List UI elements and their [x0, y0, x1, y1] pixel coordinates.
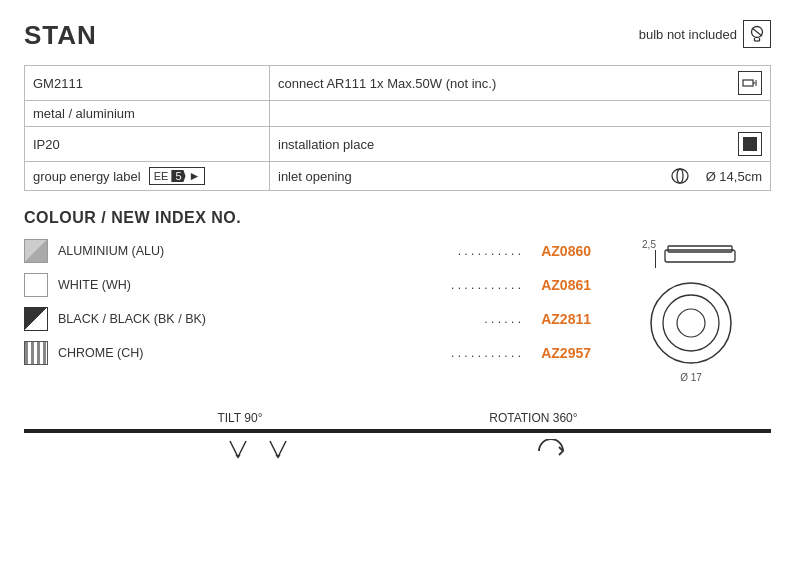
spec-left-material: metal / aluminium — [25, 101, 270, 127]
product-title: STAN — [24, 20, 97, 51]
lamp-top-view — [646, 278, 736, 368]
spec-left-energy: group energy label EE 5 ► — [25, 162, 270, 191]
bulb-label-text: bulb not included — [639, 27, 737, 42]
bulb-not-included-label: bulb not included — [639, 20, 771, 48]
spec-connect-text: connect AR111 1x Max.50W (not inc.) — [278, 76, 496, 91]
energy-arrow-symbol: ► — [189, 169, 201, 183]
colour-name-black: BLACK / BLACK (BK / BK) — [58, 312, 474, 326]
spec-right-gm2111: connect AR111 1x Max.50W (not inc.) — [270, 66, 771, 101]
swatch-black — [24, 307, 48, 331]
svg-rect-12 — [668, 246, 732, 252]
spec-right-material — [270, 101, 771, 127]
energy-label-text: group energy label — [33, 169, 141, 184]
spec-row-energy: group energy label EE 5 ► inlet opening … — [25, 162, 771, 191]
spec-left-ip20: IP20 — [25, 127, 270, 162]
spec-right-ip20: installation place — [270, 127, 771, 162]
colour-dots-aluminium: . . . . . . . . . . — [458, 244, 521, 258]
lamp-side-view — [660, 242, 740, 268]
spec-row-material: metal / aluminium — [25, 101, 771, 127]
colour-name-white: WHITE (WH) — [58, 278, 441, 292]
spec-row-gm2111: GM2111 connect AR111 1x Max.50W (not inc… — [25, 66, 771, 101]
lamp-socket-icon — [738, 71, 762, 95]
inlet-opening-text: inlet opening — [278, 169, 352, 184]
energy-number: 5 — [171, 170, 185, 182]
colour-section-title: COLOUR / NEW INDEX NO. — [24, 209, 771, 227]
colour-name-chrome: CHROME (CH) — [58, 346, 441, 360]
colour-code-black: AZ2811 — [531, 311, 591, 327]
tilt-label: TILT 90° — [217, 411, 262, 425]
diameter-text: Ø 14,5cm — [706, 169, 762, 184]
swatch-aluminium — [24, 239, 48, 263]
rotation-icon — [535, 439, 567, 466]
colour-code-white: AZ0861 — [531, 277, 591, 293]
svg-point-10 — [677, 169, 683, 183]
dimension-height: 2,5 — [642, 239, 656, 250]
energy-ee: EE — [154, 170, 169, 182]
colour-name-aluminium: ALUMINIUM (ALU) — [58, 244, 448, 258]
svg-point-9 — [672, 169, 688, 183]
svg-point-14 — [663, 295, 719, 351]
colour-dots-chrome: . . . . . . . . . . . — [451, 346, 521, 360]
tilt-rotation-bar — [24, 429, 771, 433]
filled-square-icon — [743, 137, 757, 151]
svg-rect-5 — [743, 80, 753, 86]
tilt-rotation-icons-row — [24, 439, 771, 466]
colour-dots-white: . . . . . . . . . . . — [451, 278, 521, 292]
colour-row-white: WHITE (WH) . . . . . . . . . . . AZ0861 — [24, 273, 591, 297]
technical-drawing: 2,5 Ø 17 — [611, 239, 771, 383]
page-header: STAN bulb not included — [24, 20, 771, 51]
tilt-rotation-section: TILT 90° ROTATION 360° — [24, 411, 771, 466]
svg-point-15 — [677, 309, 705, 337]
colour-dots-black: . . . . . . — [484, 312, 521, 326]
installation-place-text: installation place — [278, 137, 374, 152]
energy-label-badge: EE 5 ► — [149, 167, 206, 185]
spec-right-energy: inlet opening Ø 14,5cm — [270, 162, 771, 191]
colour-code-aluminium: AZ0860 — [531, 243, 591, 259]
colour-row-black: BLACK / BLACK (BK / BK) . . . . . . AZ28… — [24, 307, 591, 331]
svg-line-4 — [752, 28, 762, 36]
colour-row-chrome: CHROME (CH) . . . . . . . . . . . AZ2957 — [24, 341, 591, 365]
tilt-rotation-labels: TILT 90° ROTATION 360° — [24, 411, 771, 425]
opening-icon — [670, 167, 700, 185]
installation-place-icon — [738, 132, 762, 156]
colour-code-chrome: AZ2957 — [531, 345, 591, 361]
bulb-icon — [743, 20, 771, 48]
swatch-chrome — [24, 341, 48, 365]
colour-section: ALUMINIUM (ALU) . . . . . . . . . . AZ08… — [24, 239, 771, 383]
colour-list: ALUMINIUM (ALU) . . . . . . . . . . AZ08… — [24, 239, 591, 383]
specs-table: GM2111 connect AR111 1x Max.50W (not inc… — [24, 65, 771, 191]
rotation-label: ROTATION 360° — [489, 411, 577, 425]
swatch-white — [24, 273, 48, 297]
spec-row-ip20: IP20 installation place — [25, 127, 771, 162]
colour-row-aluminium: ALUMINIUM (ALU) . . . . . . . . . . AZ08… — [24, 239, 591, 263]
dimension-diameter: Ø 17 — [680, 372, 702, 383]
spec-left-gm2111: GM2111 — [25, 66, 270, 101]
tilt-icon — [228, 439, 288, 466]
